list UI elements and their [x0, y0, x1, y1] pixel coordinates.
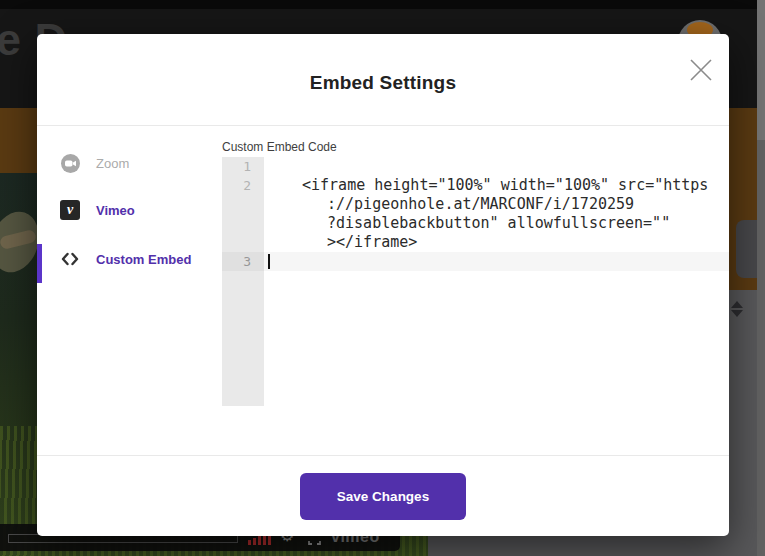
browser-top-strip	[0, 0, 765, 9]
text-cursor	[268, 254, 270, 269]
modal-body: Zoom v Vimeo Custom Embed Custom Embed C…	[37, 126, 729, 455]
editor-field-label: Custom Embed Code	[222, 140, 337, 154]
line-number: 2	[222, 176, 264, 195]
modal-footer: Save Changes	[37, 455, 729, 536]
modal-title: Embed Settings	[37, 72, 729, 94]
page-scrollbar[interactable]	[757, 0, 765, 556]
code-line: ://pigeonhole.at/MARCONF/i/1720259	[327, 195, 634, 214]
vimeo-icon: v	[60, 200, 80, 220]
sidebar-item-label: Zoom	[96, 156, 129, 171]
code-brackets-icon	[60, 249, 80, 269]
sidebar-item-vimeo[interactable]: v Vimeo	[60, 200, 135, 220]
code-line: ?disablebackbutton" allowfullscreen=""	[327, 214, 670, 233]
hidden-page-button	[736, 220, 758, 278]
sidebar-item-zoom[interactable]: Zoom	[60, 153, 129, 173]
line-number: 1	[222, 157, 264, 176]
line-number: 3	[222, 252, 264, 271]
active-line-highlight	[264, 252, 729, 271]
sort-arrows-icon	[731, 301, 745, 317]
custom-embed-code-editor[interactable]: 1 2 3 <iframe height="100%" width="100%"…	[222, 157, 729, 406]
code-line: <iframe height="100%" width="100%" src="…	[302, 176, 708, 195]
save-changes-button[interactable]: Save Changes	[300, 473, 466, 520]
scrollbar-thumb[interactable]	[757, 0, 765, 140]
embed-settings-modal: Embed Settings Zoom v Vimeo	[37, 34, 729, 536]
sidebar-item-label: Custom Embed	[96, 252, 191, 267]
selected-item-indicator	[37, 244, 42, 283]
sidebar-item-custom-embed[interactable]: Custom Embed	[60, 249, 191, 269]
close-icon[interactable]	[687, 56, 715, 84]
zoom-camera-icon	[60, 153, 80, 173]
modal-header: Embed Settings	[37, 34, 729, 126]
code-line: ></iframe>	[327, 233, 417, 252]
sidebar-item-label: Vimeo	[96, 203, 135, 218]
